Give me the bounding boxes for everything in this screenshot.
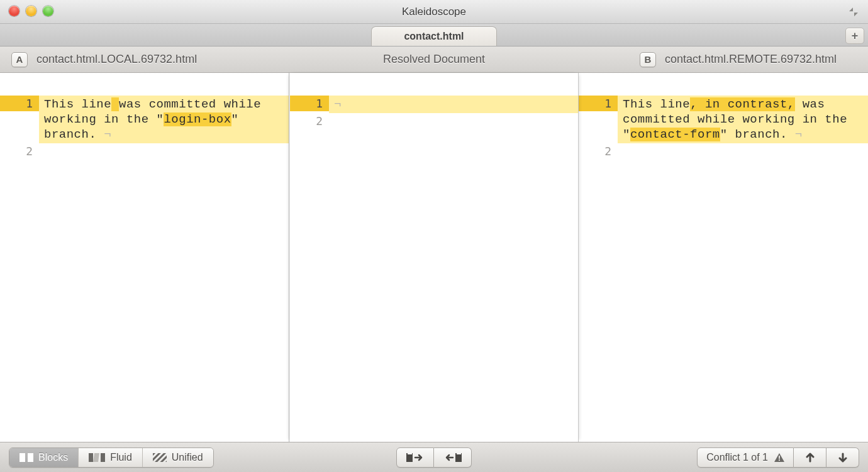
column-b-header: B contact.html.REMOTE.69732.html xyxy=(640,52,837,67)
svg-rect-7 xyxy=(406,453,413,462)
svg-rect-11 xyxy=(779,456,780,459)
warning-icon xyxy=(774,453,784,462)
view-blocks-label: Blocks xyxy=(38,452,68,463)
pane-a[interactable]: 1This line was committed while working i… xyxy=(0,73,289,442)
fullscreen-icon[interactable] xyxy=(848,6,859,18)
fluid-icon xyxy=(89,453,105,462)
conflict-nav-group: Conflict 1 of 1 xyxy=(697,447,859,468)
plus-icon: + xyxy=(852,30,859,41)
line-number: 1 xyxy=(579,96,618,111)
line-number: 2 xyxy=(579,143,618,159)
arrow-down-icon xyxy=(838,453,848,463)
line-content xyxy=(39,143,289,146)
merge-direction-buttons xyxy=(396,447,472,468)
svg-rect-12 xyxy=(779,459,780,461)
svg-rect-10 xyxy=(457,453,461,454)
code-line[interactable]: 2 xyxy=(290,113,578,129)
next-conflict-button[interactable] xyxy=(826,447,859,468)
blocks-icon xyxy=(19,453,33,462)
code-line[interactable]: 2 xyxy=(0,143,289,159)
unified-icon xyxy=(153,453,167,462)
tab-strip: contact.html + xyxy=(0,24,868,47)
take-right-button[interactable] xyxy=(434,447,472,468)
pane-resolved[interactable]: 1¬2 xyxy=(289,73,579,442)
bottom-toolbar: Blocks Fluid Unified Conflict 1 of 1 xyxy=(0,442,868,472)
svg-rect-6 xyxy=(153,453,167,462)
svg-rect-4 xyxy=(101,453,105,462)
view-blocks-button[interactable]: Blocks xyxy=(9,448,79,467)
line-number: 1 xyxy=(290,96,329,111)
view-mode-segmented: Blocks Fluid Unified xyxy=(9,447,214,468)
svg-rect-9 xyxy=(455,453,462,462)
conflict-status[interactable]: Conflict 1 of 1 xyxy=(697,447,794,468)
line-number: 1 xyxy=(0,96,39,111)
line-number: 2 xyxy=(290,113,329,129)
column-a-filename: contact.html.LOCAL.69732.html xyxy=(36,53,197,66)
prev-conflict-button[interactable] xyxy=(794,447,826,468)
line-content: ¬ xyxy=(329,96,578,113)
document-tab[interactable]: contact.html xyxy=(371,26,497,46)
column-headers: A contact.html.LOCAL.69732.html Resolved… xyxy=(0,47,868,73)
view-fluid-label: Fluid xyxy=(110,452,132,463)
center-column-label: Resolved Document xyxy=(383,53,485,66)
line-content xyxy=(329,113,578,116)
svg-rect-1 xyxy=(28,453,33,462)
traffic-lights xyxy=(9,6,53,16)
column-b-filename: contact.html.REMOTE.69732.html xyxy=(665,53,837,66)
code-line[interactable]: 1This line, in contrast, was committed w… xyxy=(579,96,868,143)
take-left-button[interactable] xyxy=(396,447,434,468)
page-right-arrow-icon xyxy=(405,452,425,463)
svg-marker-3 xyxy=(93,453,99,462)
column-b-badge[interactable]: B xyxy=(640,52,656,67)
conflict-status-label: Conflict 1 of 1 xyxy=(706,452,768,463)
line-content: This line, in contrast, was committed wh… xyxy=(618,96,868,143)
column-a-header: A contact.html.LOCAL.69732.html xyxy=(11,52,197,67)
pane-b[interactable]: 1This line, in contrast, was committed w… xyxy=(579,73,868,442)
view-unified-button[interactable]: Unified xyxy=(143,448,213,467)
view-unified-label: Unified xyxy=(172,452,203,463)
minimize-window-button[interactable] xyxy=(26,6,36,16)
close-window-button[interactable] xyxy=(9,6,19,16)
svg-rect-8 xyxy=(408,453,412,454)
arrow-up-icon xyxy=(805,453,815,463)
window-titlebar: Kaleidoscope xyxy=(0,0,868,24)
app-title: Kaleidoscope xyxy=(402,6,466,18)
code-line[interactable]: 1This line was committed while working i… xyxy=(0,96,289,143)
line-number: 2 xyxy=(0,143,39,159)
add-tab-button[interactable]: + xyxy=(845,28,864,44)
code-line[interactable]: 2 xyxy=(579,143,868,159)
diff-panes: 1This line was committed while working i… xyxy=(0,73,868,442)
svg-rect-0 xyxy=(19,453,25,462)
page-left-arrow-icon xyxy=(443,452,463,463)
view-fluid-button[interactable]: Fluid xyxy=(79,448,143,467)
column-a-badge[interactable]: A xyxy=(11,52,28,67)
line-content xyxy=(618,143,868,146)
svg-rect-2 xyxy=(89,453,93,462)
line-content: This line was committed while working in… xyxy=(39,96,289,143)
code-line[interactable]: 1¬ xyxy=(290,96,578,113)
document-tab-label: contact.html xyxy=(404,31,464,42)
zoom-window-button[interactable] xyxy=(43,6,53,16)
